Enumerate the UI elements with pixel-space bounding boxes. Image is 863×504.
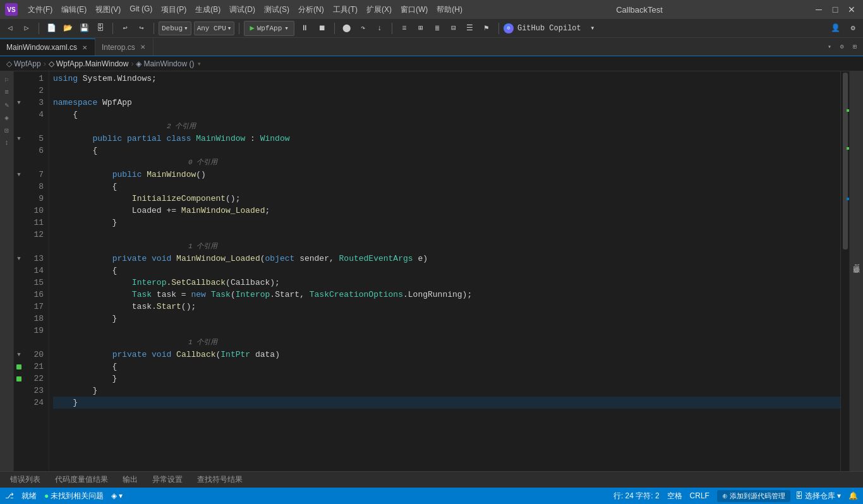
tab-bar-actions: ▾ ⚙ ⊞ [824, 38, 863, 56]
status-crlf[interactable]: CRLF [690, 491, 709, 500]
copilot-arrow[interactable]: ▾ [585, 21, 600, 36]
save-all-button[interactable]: 🗄 [93, 21, 108, 36]
toolbar-sep-5 [334, 23, 335, 34]
btab-exceptions[interactable]: 异常设置 [146, 472, 190, 488]
misc-btn-2[interactable]: ⊞ [413, 21, 428, 36]
account-button[interactable]: 👤 [828, 21, 843, 36]
kw-namespace: namespace [53, 97, 97, 109]
code-editor[interactable]: using System.Windows; namespace WpfApp {… [49, 71, 840, 471]
status-spaces[interactable]: 空格 [667, 491, 682, 501]
undo-button[interactable]: ↩ [118, 21, 133, 36]
left-strip-icon-1[interactable]: ⚐ [1, 74, 13, 85]
redo-button[interactable]: ↪ [134, 21, 149, 36]
menu-help[interactable]: 帮助(H) [433, 3, 466, 17]
menu-window[interactable]: 窗口(W) [397, 3, 431, 17]
gutter-cell-7[interactable]: ▼ [14, 169, 24, 181]
right-strip-adjust[interactable]: 调整 [852, 276, 861, 281]
tab-dropdown-btn[interactable]: ▾ [824, 41, 835, 52]
linenum-ref1 [24, 121, 44, 133]
restore-button[interactable]: □ [829, 3, 842, 16]
code-line-2 [53, 85, 840, 97]
scroll-overview[interactable] [840, 71, 849, 471]
left-strip-icon-2[interactable]: ≡ [1, 87, 13, 98]
menu-tools[interactable]: 工具(T) [329, 3, 361, 17]
btab-output[interactable]: 输出 [116, 472, 145, 488]
menu-file[interactable]: 文件(F) [24, 3, 56, 17]
btab-errors[interactable]: 错误列表 [4, 472, 47, 488]
left-strip-icon-3[interactable]: ✎ [1, 99, 13, 111]
platform-dropdown[interactable]: Any CPU ▾ [194, 21, 235, 35]
tab-mainwindow-close[interactable]: ✕ [81, 44, 88, 52]
linenum-6: 6 [24, 145, 44, 157]
breakpoint-button[interactable]: ⬤ [339, 21, 354, 36]
linenum-10: 10 [24, 205, 44, 217]
misc-btn-4[interactable]: ⊟ [446, 21, 461, 36]
back-button[interactable]: ◁ [3, 21, 18, 36]
gutter-cell-5[interactable]: ▼ [14, 133, 24, 145]
stop-button[interactable]: ⏹ [315, 21, 330, 36]
btab-find-results[interactable]: 查找符号结果 [191, 472, 250, 488]
menu-build[interactable]: 生成(B) [191, 3, 224, 17]
settings-button[interactable]: ⚙ [845, 21, 860, 36]
select-repo-item[interactable]: 🗄 选择仓库 ▾ [795, 491, 841, 501]
menu-test[interactable]: 测试(S) [260, 3, 293, 17]
bc-method[interactable]: ◈ MainWindow () [133, 59, 196, 68]
status-no-issues[interactable]: ● 未找到相关问题 [44, 491, 104, 501]
tab-mainwindow[interactable]: MainWindow.xaml.cs ✕ [0, 39, 95, 56]
bc-expand-arrow[interactable]: ▾ [196, 61, 202, 67]
left-strip-icon-6[interactable]: ↕ [1, 137, 13, 148]
add-repo-icon: ⊕ [722, 492, 728, 500]
tab-interop[interactable]: Interop.cs ✕ [95, 39, 154, 56]
select-repo-label: 选择仓库 [805, 491, 835, 501]
gutter-cell-9 [14, 193, 24, 205]
menu-extensions[interactable]: 扩展(X) [363, 3, 395, 17]
menu-git[interactable]: Git (G) [126, 3, 156, 17]
scroll-thumb[interactable] [843, 73, 848, 249]
gutter-cell-13[interactable]: ▼ [14, 253, 24, 265]
menu-view[interactable]: 视图(V) [92, 3, 124, 17]
linenum-18: 18 [24, 313, 44, 325]
bc-class[interactable]: ◇ WpfApp.MainWindow [46, 59, 131, 68]
step-into-button[interactable]: ↓ [372, 21, 387, 36]
bc-method-icon: ◈ [136, 59, 142, 68]
new-file-button[interactable]: 📄 [44, 21, 59, 36]
code-line-10: Loaded += MainWindow_Loaded; [53, 205, 840, 217]
left-strip-icon-4[interactable]: ◈ [1, 112, 13, 123]
menu-debug[interactable]: 调试(D) [226, 3, 259, 17]
gutter-cell-3[interactable]: ▼ [14, 97, 24, 109]
tab-settings-btn[interactable]: ⚙ [836, 41, 848, 52]
status-branch[interactable]: ⎇ [5, 491, 14, 500]
config-dropdown[interactable]: Debug ▾ [159, 21, 191, 35]
open-button[interactable]: 📂 [60, 21, 75, 36]
minimize-button[interactable]: ─ [812, 3, 825, 16]
code-line-12 [53, 229, 840, 241]
step-over-button[interactable]: ↷ [356, 21, 371, 36]
left-strip-icon-5[interactable]: ⊡ [1, 124, 13, 136]
btab-metrics[interactable]: 代码度量值结果 [49, 472, 115, 488]
bc-namespace[interactable]: ◇ WpfApp [4, 59, 44, 68]
menu-edit[interactable]: 编辑(E) [57, 3, 90, 17]
misc-btn-3[interactable]: ≣ [430, 21, 445, 36]
menu-analyze[interactable]: 分析(N) [294, 3, 328, 17]
pause-button[interactable]: ⏸ [297, 21, 312, 36]
status-bell[interactable]: 🔔 [848, 491, 858, 500]
code-line-19 [53, 325, 840, 337]
right-strip-git[interactable]: Git [853, 261, 860, 275]
menu-project[interactable]: 项目(P) [157, 3, 190, 17]
misc-btn-1[interactable]: ≡ [397, 21, 412, 36]
run-button[interactable]: ▶ WpfApp ▾ [244, 21, 294, 36]
config-arrow: ▾ [184, 24, 188, 32]
status-linter[interactable]: ◈ ▾ [111, 491, 123, 500]
run-arrow: ▾ [284, 24, 289, 32]
save-button[interactable]: 💾 [76, 21, 92, 36]
add-repo-button[interactable]: ⊕ 添加到源代码管理 [717, 490, 790, 502]
close-button[interactable]: ✕ [845, 3, 858, 16]
status-row-col[interactable]: 行: 24 字符: 2 [613, 491, 660, 501]
tab-interop-close[interactable]: ✕ [139, 43, 147, 51]
misc-btn-6[interactable]: ⚑ [479, 21, 494, 36]
tab-expand-btn[interactable]: ⊞ [849, 41, 860, 52]
tab-interop-label: Interop.cs [102, 43, 135, 52]
forward-button[interactable]: ▷ [19, 21, 34, 36]
misc-btn-5[interactable]: ☰ [462, 21, 478, 36]
gutter-cell-20[interactable]: ▼ [14, 349, 24, 361]
